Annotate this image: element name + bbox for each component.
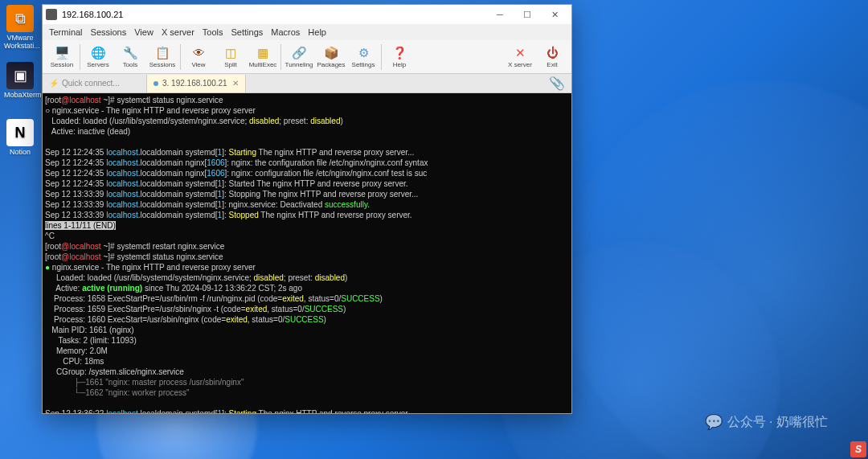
tab-close-icon[interactable]: ✕ xyxy=(232,79,239,88)
menu-terminal[interactable]: Terminal xyxy=(49,27,83,37)
desktop-icon-label: MobaXterm xyxy=(4,91,42,99)
notion-icon: N xyxy=(15,125,26,141)
toolbar-session[interactable]: 🖥️Session xyxy=(46,41,78,73)
sessions-icon: 📋 xyxy=(155,46,170,60)
help-icon: ❓ xyxy=(392,46,407,60)
toolbar-xserver[interactable]: ✕X server xyxy=(504,41,536,73)
menu-macros[interactable]: Macros xyxy=(271,27,300,37)
menu-sessions[interactable]: Sessions xyxy=(91,27,127,37)
split-icon: ◫ xyxy=(223,46,238,60)
paperclip-icon[interactable]: 📎 xyxy=(542,76,571,91)
desktop-icon-mobaxterm[interactable]: ▣MobaXterm xyxy=(4,62,36,99)
toolbar-settings[interactable]: ⚙Settings xyxy=(347,41,379,73)
toolbar-view[interactable]: 👁View xyxy=(182,41,215,73)
vmware-icon: ⧉ xyxy=(15,10,26,27)
toolbar-multiexec[interactable]: ▦MultiExec xyxy=(247,41,279,73)
session-dot-icon xyxy=(154,81,158,86)
quick-connect[interactable]: ⚡Quick connect... xyxy=(43,75,147,92)
exit-icon: ⏻ xyxy=(545,46,559,60)
toolbar-help[interactable]: ❓Help xyxy=(383,41,416,73)
watermark: 💬公众号 · 奶嘴很忙 xyxy=(705,413,828,431)
minimize-button[interactable]: ─ xyxy=(486,6,514,23)
menu-settings[interactable]: Settings xyxy=(231,27,264,37)
settings-icon: ⚙ xyxy=(356,46,371,60)
toolbar: 🖥️Session🌐Servers🔧Tools📋Sessions👁View◫Sp… xyxy=(43,40,571,74)
toolbar-tunneling[interactable]: 🔗Tunneling xyxy=(283,41,315,73)
xserver-icon: ✕ xyxy=(513,46,527,60)
titlebar[interactable]: 192.168.100.21 ─ ☐ ✕ xyxy=(43,5,571,24)
quickbar: ⚡Quick connect... 3. 192.168.100.21✕ 📎 xyxy=(43,74,571,93)
multiexec-icon: ▦ xyxy=(256,46,270,60)
toolbar-split[interactable]: ◫Split xyxy=(215,41,247,73)
close-button[interactable]: ✕ xyxy=(541,6,568,23)
session-icon: 🖥️ xyxy=(55,46,69,60)
toolbar-tools[interactable]: 🔧Tools xyxy=(114,41,146,73)
session-tab[interactable]: 3. 192.168.100.21✕ xyxy=(147,75,246,92)
toolbar-servers[interactable]: 🌐Servers xyxy=(82,41,114,73)
toolbar-exit[interactable]: ⏻Exit xyxy=(536,41,568,73)
tunneling-icon: 🔗 xyxy=(292,46,306,60)
desktop-icon-label: Notion xyxy=(10,148,31,156)
mobaxterm-icon: ▣ xyxy=(14,67,27,84)
desktop-icon-vmware[interactable]: ⧉VMware Workstati... xyxy=(4,5,36,50)
desktop-icon-notion[interactable]: NNotion xyxy=(4,119,36,156)
menu-tools[interactable]: Tools xyxy=(203,27,223,37)
app-logo-icon xyxy=(46,9,57,20)
menu-help[interactable]: Help xyxy=(308,27,326,37)
window-title: 192.168.100.21 xyxy=(62,10,123,19)
tools-icon: 🔧 xyxy=(123,46,137,60)
desktop-icon-label: VMware Workstati... xyxy=(4,34,40,50)
packages-icon: 📦 xyxy=(324,46,338,60)
menu-xserver[interactable]: X server xyxy=(162,27,194,37)
mobaxterm-window: 192.168.100.21 ─ ☐ ✕ Terminal Sessions V… xyxy=(42,4,572,414)
menubar: Terminal Sessions View X server Tools Se… xyxy=(43,24,571,40)
toolbar-sessions[interactable]: 📋Sessions xyxy=(146,41,178,73)
servers-icon: 🌐 xyxy=(91,46,105,60)
terminal[interactable]: [root@localhost ~]# systemctl status ngi… xyxy=(43,93,571,413)
toolbar-packages[interactable]: 📦Packages xyxy=(315,41,347,73)
menu-view[interactable]: View xyxy=(134,27,154,37)
view-icon: 👁 xyxy=(191,46,206,60)
sogou-ime-icon[interactable]: S xyxy=(850,441,866,457)
maximize-button[interactable]: ☐ xyxy=(514,6,541,23)
